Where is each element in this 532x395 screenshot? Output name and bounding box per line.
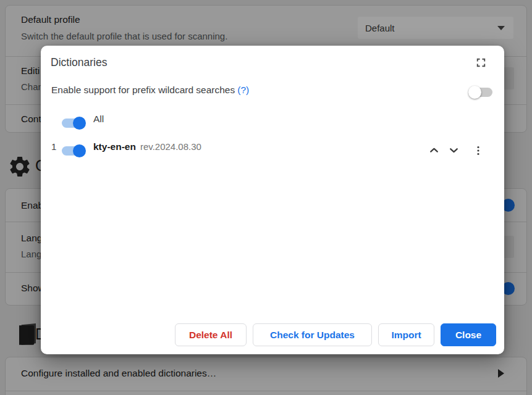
dictionary-revision: rev.2024.08.30: [140, 141, 201, 152]
chevron-up-icon: [428, 144, 441, 159]
fullscreen-button[interactable]: [473, 56, 489, 72]
dictionary-row-index: 1: [51, 141, 56, 152]
close-button[interactable]: Close: [441, 323, 496, 346]
fullscreen-icon: [474, 56, 488, 72]
toggle-knob: [468, 86, 481, 99]
dictionary-row: kty-en-en rev.2024.08.30: [93, 141, 201, 152]
dictionary-name: kty-en-en: [93, 141, 136, 152]
wildcard-search-text: Enable support for prefix wildcard searc…: [51, 85, 235, 95]
modal-title: Dictionaries: [51, 56, 107, 69]
kebab-menu-icon: [472, 144, 484, 159]
all-toggle-label: All: [93, 114, 104, 125]
check-for-updates-button[interactable]: Check for Updates: [253, 323, 372, 346]
wildcard-search-label: Enable support for prefix wildcard searc…: [51, 85, 249, 96]
import-button[interactable]: Import: [378, 323, 434, 346]
wildcard-toggle[interactable]: [470, 88, 492, 97]
wildcard-help-link[interactable]: (?): [237, 85, 249, 95]
modal-footer: Delete All Check for Updates Import Clos…: [175, 323, 496, 346]
screen: Default profile Switch the default profi…: [0, 0, 532, 395]
dictionary-toggle[interactable]: [62, 146, 84, 156]
toggle-knob: [73, 117, 86, 130]
dictionary-menu-button[interactable]: [470, 143, 486, 159]
chevron-down-icon: [447, 144, 460, 159]
move-up-button[interactable]: [426, 143, 442, 159]
dictionaries-modal: Dictionaries Enable support for prefix w…: [41, 46, 504, 354]
move-down-button[interactable]: [445, 143, 462, 159]
toggle-knob: [73, 144, 86, 157]
all-dictionaries-toggle[interactable]: [62, 118, 84, 128]
delete-all-button[interactable]: Delete All: [175, 323, 247, 346]
